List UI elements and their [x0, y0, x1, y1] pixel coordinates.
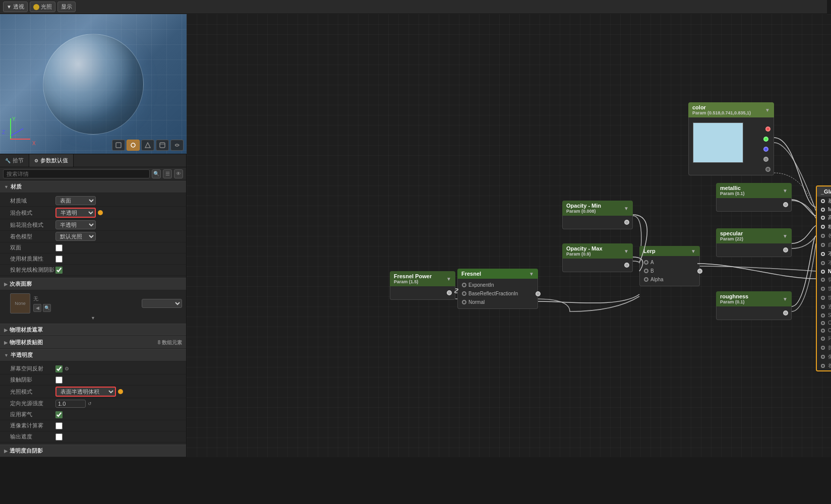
show-button[interactable]: 显示: [57, 2, 76, 12]
section-translucency[interactable]: ▼ 半透明度: [0, 349, 186, 361]
apply-fog-checkbox[interactable]: [55, 411, 63, 418]
lighting-mode-select[interactable]: 表面半透明体积: [55, 387, 116, 397]
glass-pin-tangent-dot[interactable]: [821, 278, 825, 282]
dir-intensity-input[interactable]: [55, 400, 86, 408]
section-physics-map[interactable]: ▶ 物理材质贴图 8 数组元素: [0, 336, 186, 349]
glass-pin-emissive: 自发光颜色: [817, 240, 831, 249]
tab-nodes[interactable]: 🔧 拾节: [0, 154, 29, 167]
ssr-checkbox[interactable]: [55, 365, 63, 372]
fresnel-pin-normal-dot[interactable]: [462, 300, 466, 304]
glass-pin-opacity-dot[interactable]: [821, 252, 825, 256]
specular-expand[interactable]: ▼: [783, 233, 788, 239]
glass-pin-refraction-dot[interactable]: [821, 346, 825, 350]
search-input[interactable]: [3, 169, 150, 178]
color-preview-container: [689, 122, 774, 163]
opacity-min-expand[interactable]: ▼: [624, 206, 629, 211]
physics-mask-title: 物理材质遮罩: [10, 326, 43, 334]
svg-rect-3: [160, 143, 165, 148]
glass-pin-base-color-dot[interactable]: [821, 199, 825, 203]
fresnel-output-pin[interactable]: [536, 291, 541, 296]
opacity-max-pin-dot[interactable]: [624, 263, 629, 268]
roughness-pin-dot[interactable]: [783, 310, 788, 316]
lerp-pin-a-dot[interactable]: [644, 260, 648, 265]
color-node-expand[interactable]: ▼: [765, 107, 770, 113]
glass-pin-world-pos-offset-dot[interactable]: [821, 287, 825, 291]
app-container: ▼ 透视 光照 显示 X: [0, 0, 831, 457]
fresnel-power-pin-dot[interactable]: [447, 290, 452, 295]
node-editor[interactable]: color Param (0.518,0.741,0.835,1) ▼: [187, 14, 831, 457]
glass-pin-metallic-dot[interactable]: [821, 208, 825, 212]
subsurface-back-btn[interactable]: ◀: [33, 304, 41, 312]
blend-mode-select[interactable]: 半透明: [55, 208, 96, 218]
subsurface-expand[interactable]: ▼: [0, 314, 186, 322]
specular-pin-dot[interactable]: [783, 247, 788, 253]
fresnel-pin-basereflect-dot[interactable]: [462, 291, 466, 296]
vp-tool-5[interactable]: [170, 140, 184, 151]
vp-tool-4[interactable]: [156, 140, 169, 151]
node-fresnel-power: Fresnel Power Param (1.5) ▼: [390, 271, 455, 300]
material-domain-select[interactable]: 表面: [55, 196, 96, 205]
output-depth-checkbox[interactable]: [55, 433, 63, 440]
shading-model-select[interactable]: 默认光照: [55, 232, 96, 241]
glass-pin-world-disp-dot[interactable]: [821, 296, 825, 300]
glass-pin-ao-dot[interactable]: [821, 337, 825, 341]
per-pixel-fog-checkbox[interactable]: [55, 422, 63, 429]
cast-ray-shadow-checkbox[interactable]: [55, 267, 63, 274]
opacity-max-expand[interactable]: ▼: [624, 248, 629, 254]
glass-pin-anisotropy: 各向异性: [817, 231, 831, 240]
vp-tool-2[interactable]: [127, 140, 140, 151]
color-pin-a-dot[interactable]: [763, 157, 768, 162]
section-subsurface[interactable]: ▶ 次表面廓: [0, 278, 186, 290]
glass-pin-roughness-dot[interactable]: [821, 225, 825, 229]
glass-pin-anisotropy-dot[interactable]: [821, 234, 825, 238]
perspective-button[interactable]: ▼ 透视: [3, 2, 28, 12]
glass-pin-opacity-mask: 不透明遮板: [817, 259, 831, 268]
roughness-expand[interactable]: ▼: [783, 296, 788, 302]
glass-pin-subsurface-color-dot[interactable]: [821, 313, 825, 318]
glass-pin-shading-model-dot[interactable]: [821, 364, 825, 368]
lerp-pin-b-dot[interactable]: [644, 269, 648, 273]
lerp-output-pin[interactable]: [697, 269, 702, 274]
color-pin-r-dot[interactable]: [765, 127, 770, 132]
settings-icon[interactable]: 👁: [174, 169, 183, 178]
decal-blend-select[interactable]: 半透明: [55, 220, 96, 229]
tab-params[interactable]: ⚙ 参数默认值: [29, 154, 74, 167]
section-material[interactable]: ▼ 材质: [0, 180, 186, 193]
glass-pin-custom-data0-dot[interactable]: [821, 321, 825, 325]
glass-pin-custom-data1-dot[interactable]: [821, 329, 825, 333]
glass-pin-normal-dot[interactable]: [821, 270, 825, 274]
two-sided-checkbox[interactable]: [55, 244, 63, 251]
fresnel-pin-exponent-dot[interactable]: [462, 283, 466, 287]
glass-pin-opacity-mask-dot[interactable]: [821, 261, 825, 265]
glass-pin-emissive-dot[interactable]: [821, 243, 825, 247]
glass-pin-pixel-depth-offset-dot[interactable]: [821, 355, 825, 359]
color-pin-b-dot[interactable]: [763, 147, 768, 152]
fresnel-power-expand[interactable]: ▼: [446, 276, 451, 282]
dir-intensity-reset[interactable]: ↺: [88, 401, 92, 406]
lighting-button[interactable]: 光照: [30, 2, 55, 12]
search-icon[interactable]: 🔍: [152, 169, 161, 178]
glass-pin-specular-dot[interactable]: [821, 216, 825, 220]
lerp-pin-alpha-dot[interactable]: [644, 277, 648, 282]
prop-two-sided-label: 双面: [10, 244, 55, 251]
vp-tool-3[interactable]: [141, 140, 154, 151]
contact-shadow-checkbox[interactable]: [55, 376, 63, 384]
list-view-icon[interactable]: ☰: [163, 169, 172, 178]
subsurface-dropdown[interactable]: [142, 299, 182, 308]
glass-pin-specular: 高光度: [817, 213, 831, 222]
metallic-pin-dot[interactable]: [783, 202, 788, 207]
vp-tool-1[interactable]: [112, 140, 125, 151]
glass-pin-ao-label: 环境光遮挡: [828, 335, 831, 342]
glass-pin-anisotropy-label: 各向异性: [828, 232, 831, 239]
color-pin-rgba-dot[interactable]: [765, 167, 770, 172]
opacity-min-pin-dot[interactable]: [624, 220, 629, 225]
metallic-expand[interactable]: ▼: [783, 188, 788, 194]
color-pin-g-dot[interactable]: [763, 137, 768, 142]
section-opacity-shadow[interactable]: ▶ 透明度自阴影: [0, 445, 186, 457]
glass-pin-tess-mult-dot[interactable]: [821, 305, 825, 309]
section-physics-mask[interactable]: ▶ 物理材质遮罩: [0, 324, 186, 336]
fresnel-expand[interactable]: ▼: [529, 271, 534, 277]
use-material-attr-checkbox[interactable]: [55, 256, 63, 263]
subsurface-search-btn[interactable]: 🔍: [43, 304, 51, 312]
lerp-expand[interactable]: ▼: [691, 248, 696, 254]
